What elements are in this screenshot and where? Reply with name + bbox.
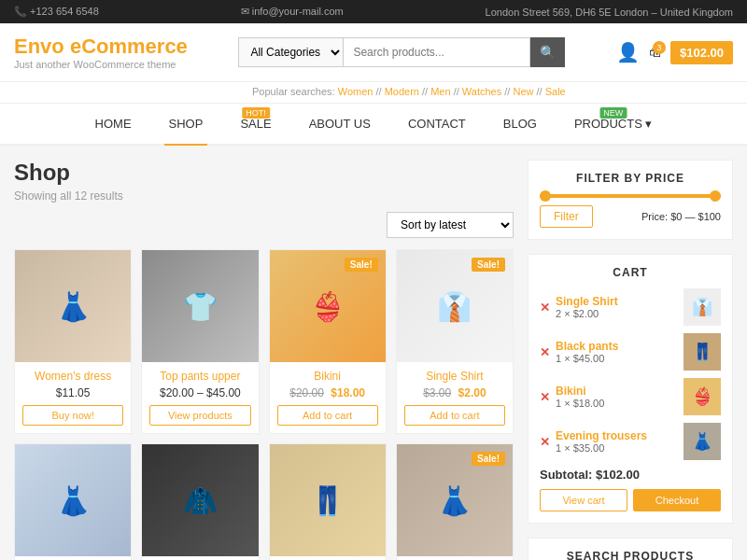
slider-handle-left[interactable] — [540, 190, 551, 202]
product-name: Bikini — [277, 370, 378, 383]
product-grid: 👗 Women's dress $11.05 Buy now! 👕 Top pa… — [14, 249, 514, 560]
popular-link-new[interactable]: New — [513, 86, 533, 97]
slider-handle-right[interactable] — [710, 190, 721, 202]
product-price: $11.05 — [22, 386, 123, 399]
cart-badge: 3 — [653, 41, 666, 54]
product-card: Sale! 👗 Model dress $25.00 View products — [396, 443, 514, 560]
filter-button[interactable]: Filter — [540, 205, 593, 228]
email: ✉ info@your-mail.com — [241, 6, 344, 18]
product-name: Top pants upper — [149, 370, 250, 383]
cart-item-qty: 1 × $45.00 — [556, 353, 678, 364]
sale-badge: Sale! — [345, 258, 378, 272]
slider-track[interactable] — [540, 194, 721, 198]
add-to-cart-button[interactable]: Add to cart — [404, 405, 505, 426]
cart-actions: View cart Checkout — [540, 489, 721, 511]
popular-link-women[interactable]: Women — [338, 86, 374, 97]
price-range-text: Price: $0 — $100 — [641, 211, 721, 222]
product-price: $20.00 $18.00 — [277, 386, 378, 399]
product-image: 🧥 — [142, 444, 258, 556]
product-card: 👖 Black pants $30.00 Add to cart — [269, 443, 387, 560]
product-info: Black pants $30.00 Add to cart — [270, 556, 386, 560]
search-input[interactable] — [344, 37, 530, 67]
cart-section: CART ✕ Single Shirt 2 × $2.00 👔 ✕ Black … — [528, 254, 733, 524]
cart-total-button[interactable]: $102.00 — [670, 41, 733, 64]
nav-home[interactable]: HOME — [91, 104, 136, 144]
checkout-button[interactable]: Checkout — [633, 489, 721, 511]
sale-badge: Sale! — [472, 258, 505, 272]
cart-item-thumb: 👙 — [684, 378, 721, 415]
search-products-section: SEARCH PRODUCTS Search — [528, 538, 733, 560]
cart-item: ✕ Black pants 1 × $45.00 👖 — [540, 333, 721, 371]
cart-item-thumb: 👗 — [684, 423, 721, 460]
product-info: Women's dress $11.05 Buy now! — [15, 362, 131, 433]
popular-link-men[interactable]: Men — [430, 86, 450, 97]
filter-title: FILTER BY PRICE — [540, 172, 721, 185]
cart-item: ✕ Single Shirt 2 × $2.00 👔 — [540, 288, 721, 326]
shop-area: Shop Showing all 12 results Sort by late… — [14, 160, 514, 560]
cart-item-info: Black pants 1 × $45.00 — [556, 340, 678, 364]
remove-item-button[interactable]: ✕ — [540, 435, 550, 449]
cart-item-info: Bikini 1 × $18.00 — [556, 385, 678, 409]
product-card: 🧥 Uni dress $15.00 View products — [141, 443, 259, 560]
buy-now-button[interactable]: Buy now! — [22, 405, 123, 426]
shop-title: Shop — [14, 160, 514, 186]
popular-link-watches[interactable]: Watches — [462, 86, 501, 97]
popular-searches: Popular searches: Women // Modern // Men… — [0, 82, 747, 104]
product-name: Women's dress — [22, 370, 123, 383]
new-price: $18.00 — [331, 386, 365, 399]
product-price: $3.00 $2.00 — [404, 386, 505, 399]
product-info: Bikini $20.00 $18.00 Add to cart — [270, 362, 386, 433]
product-image: 👗 — [15, 444, 131, 556]
cart-icon[interactable]: 🛍 3 — [649, 46, 661, 60]
main-content: Shop Showing all 12 results Sort by late… — [0, 146, 747, 560]
view-cart-button[interactable]: View cart — [540, 489, 627, 511]
cart-item-qty: 1 × $18.00 — [556, 398, 678, 409]
cart-item-qty: 1 × $35.00 — [556, 442, 678, 454]
search-button[interactable]: 🔍 — [530, 37, 565, 67]
cart-item: ✕ Evening trousers 1 × $35.00 👗 — [540, 423, 721, 460]
price-slider — [540, 194, 721, 198]
remove-item-button[interactable]: ✕ — [540, 390, 550, 404]
view-products-button[interactable]: View products — [149, 405, 250, 426]
nav-shop[interactable]: SHOP — [164, 104, 208, 146]
sidebar: FILTER BY PRICE Filter Price: $0 — $100 … — [528, 160, 733, 560]
sale-badge: Sale! — [472, 452, 505, 466]
product-info: Top pants upper $20.00 – $45.00 View pro… — [142, 362, 258, 433]
cart-item: ✕ Bikini 1 × $18.00 👙 — [540, 378, 721, 415]
header-icons: 👤 🛍 3 $102.00 — [616, 41, 733, 64]
add-to-cart-button[interactable]: Add to cart — [277, 405, 378, 426]
cart-item-name: Black pants — [556, 340, 678, 353]
product-info: Model dress $25.00 View products — [397, 556, 513, 560]
new-badge: NEW — [599, 107, 627, 119]
sort-bar: Sort by latest Sort by price Sort by pop… — [14, 212, 514, 238]
popular-link-modern[interactable]: Modern — [385, 86, 419, 97]
product-card: 👗 Women's dress $11.05 Buy now! — [14, 249, 132, 434]
nav-sale[interactable]: SALE HOT! — [235, 104, 275, 144]
header: Envo eCommerce Just another WooCommerce … — [0, 23, 747, 82]
nav-contact[interactable]: CONTACT — [403, 104, 471, 144]
cart-subtotal: Subtotal: $102.00 — [540, 468, 721, 482]
new-price: $2.00 — [458, 386, 486, 399]
nav-blog[interactable]: BLOG — [499, 104, 542, 144]
phone: 📞 +123 654 6548 — [14, 6, 99, 18]
category-select[interactable]: All Categories Women Men Watches Sale — [238, 37, 344, 67]
cart-item-qty: 2 × $2.00 — [556, 308, 678, 319]
product-card: 👗 Boho style $22.00 View products — [14, 443, 132, 560]
nav-about[interactable]: ABOUT US — [304, 104, 375, 144]
cart-item-name: Bikini — [556, 385, 678, 398]
cart-item-name: Single Shirt — [556, 295, 678, 308]
filter-section: FILTER BY PRICE Filter Price: $0 — $100 — [528, 160, 733, 240]
navigation: HOME SHOP SALE HOT! ABOUT US CONTACT BLO… — [0, 104, 747, 146]
remove-item-button[interactable]: ✕ — [540, 345, 550, 359]
user-icon[interactable]: 👤 — [616, 41, 640, 63]
address: London Street 569, DH6 5E London – Unite… — [486, 7, 733, 18]
logo-sub: Just another WooCommerce theme — [14, 59, 188, 70]
remove-item-button[interactable]: ✕ — [540, 301, 550, 315]
nav-products[interactable]: PRODUCTS ▾ NEW — [570, 104, 657, 144]
product-card: 👕 Top pants upper $20.00 – $45.00 View p… — [141, 249, 259, 434]
sort-select[interactable]: Sort by latest Sort by price Sort by pop… — [387, 212, 514, 238]
cart-item-thumb: 👖 — [684, 333, 721, 371]
old-price: $20.00 — [289, 386, 324, 399]
popular-link-sale[interactable]: Sale — [545, 86, 566, 97]
product-info: Single Shirt $3.00 $2.00 Add to cart — [397, 362, 513, 433]
